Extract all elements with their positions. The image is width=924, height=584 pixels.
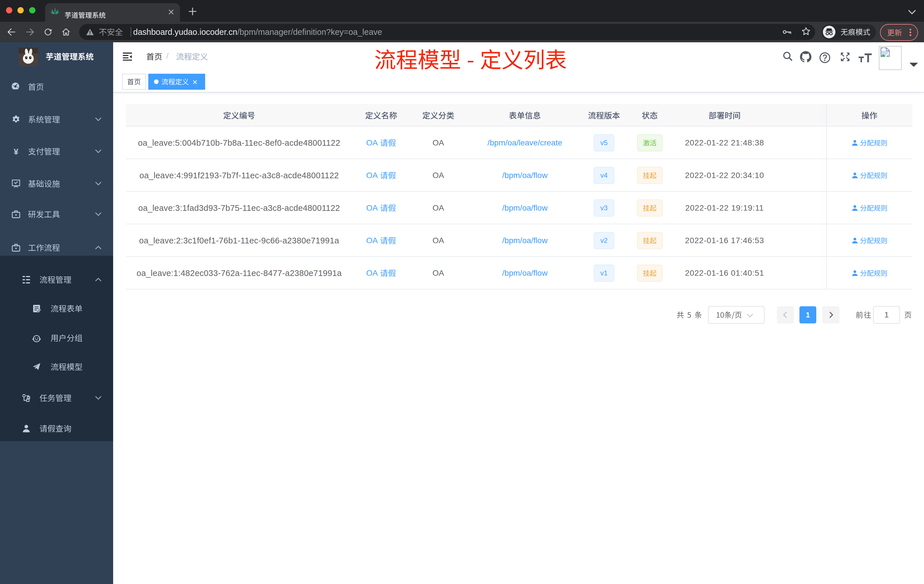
- svg-text:¥: ¥: [14, 147, 18, 156]
